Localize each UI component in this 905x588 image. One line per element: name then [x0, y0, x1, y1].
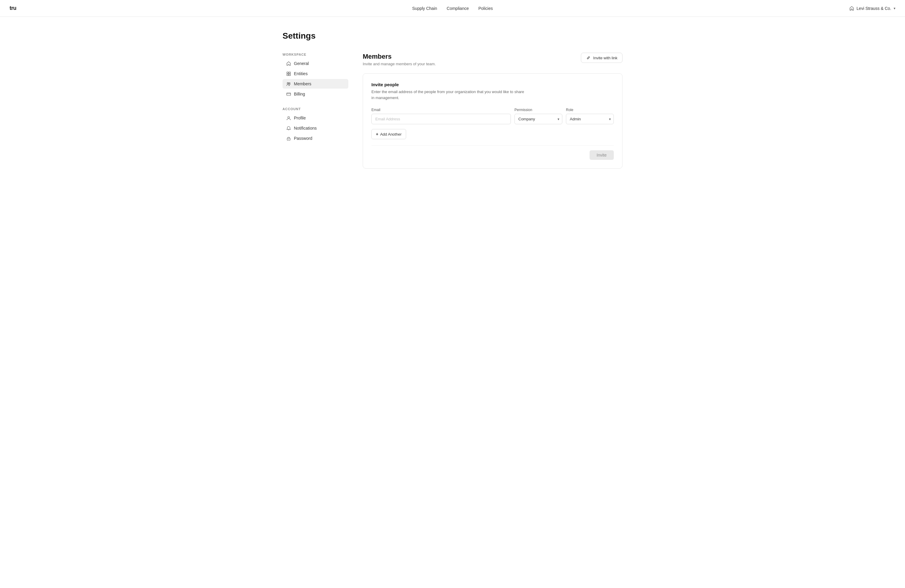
credit-card-icon: [286, 92, 291, 96]
svg-rect-6: [287, 93, 291, 95]
sidebar-item-billing[interactable]: Billing: [283, 89, 348, 99]
sidebar-item-general[interactable]: General: [283, 59, 348, 68]
role-label: Role: [566, 108, 614, 112]
svg-point-10: [288, 139, 289, 140]
nav-compliance[interactable]: Compliance: [447, 6, 469, 11]
workspace-nav: General Entities: [283, 59, 348, 99]
content-layout: Workspace General: [283, 53, 622, 168]
sidebar-item-entities-label: Entities: [294, 71, 308, 76]
invite-card-title: Invite people: [372, 82, 614, 87]
invite-with-link-label: Invite with link: [593, 56, 618, 60]
grid-icon: [286, 71, 291, 76]
home-icon: [849, 6, 854, 11]
permission-label: Permission: [514, 108, 562, 112]
sidebar-item-members-label: Members: [294, 81, 311, 86]
nav-supply-chain[interactable]: Supply Chain: [412, 6, 437, 11]
sidebar-item-notifications[interactable]: Notifications: [283, 123, 348, 133]
topnav-links: Supply Chain Compliance Policies: [412, 6, 492, 11]
nav-policies[interactable]: Policies: [478, 6, 492, 11]
home-icon: [286, 61, 291, 66]
members-heading: Members Invite and manage members of you…: [363, 53, 436, 66]
permission-select-wrapper: Company Team View Only ▾: [514, 114, 562, 124]
link-icon: [586, 56, 591, 60]
invite-button[interactable]: Invite: [589, 150, 614, 160]
svg-point-4: [287, 82, 289, 84]
sidebar-item-members[interactable]: Members: [283, 79, 348, 89]
svg-rect-2: [287, 74, 288, 75]
members-header: Members Invite and manage members of you…: [363, 53, 622, 66]
invite-card: Invite people Enter the email address of…: [363, 73, 622, 168]
sidebar-item-password[interactable]: Password: [283, 133, 348, 143]
invite-card-description: Enter the email address of the people fr…: [372, 89, 527, 100]
org-selector[interactable]: Levi Strauss & Co. ▾: [849, 6, 895, 11]
invite-form-row: Email Permission Company Team View Only …: [372, 108, 614, 124]
svg-rect-3: [289, 74, 290, 75]
svg-rect-0: [287, 72, 288, 73]
main-content: Members Invite and manage members of you…: [363, 53, 622, 168]
chevron-down-icon: ▾: [894, 6, 895, 11]
permission-select[interactable]: Company Team View Only: [514, 114, 562, 124]
svg-point-5: [289, 83, 290, 84]
svg-rect-1: [289, 72, 290, 73]
role-select-wrapper: Admin Editor Viewer ▾: [566, 114, 614, 124]
page-title: Settings: [283, 31, 622, 41]
add-another-label: Add Another: [380, 132, 402, 137]
person-icon: [286, 116, 291, 120]
people-icon: [286, 81, 291, 86]
email-form-group: Email: [372, 108, 511, 124]
add-another-button[interactable]: + Add Another: [372, 129, 406, 139]
topnav: tru Supply Chain Compliance Policies Lev…: [0, 0, 905, 17]
email-label: Email: [372, 108, 511, 112]
sidebar-item-notifications-label: Notifications: [294, 126, 317, 130]
invite-footer: Invite: [372, 145, 614, 160]
role-select[interactable]: Admin Editor Viewer: [566, 114, 614, 124]
app-logo: tru: [10, 5, 16, 11]
svg-point-8: [287, 116, 289, 118]
plus-icon: +: [376, 132, 378, 137]
members-subtitle: Invite and manage members of your team.: [363, 62, 436, 66]
org-name: Levi Strauss & Co.: [856, 6, 891, 11]
sidebar-item-entities[interactable]: Entities: [283, 69, 348, 78]
sidebar: Workspace General: [283, 53, 348, 168]
sidebar-item-billing-label: Billing: [294, 92, 305, 96]
sidebar-item-profile-label: Profile: [294, 116, 306, 120]
workspace-section-label: Workspace: [283, 53, 348, 56]
page-container: Settings Workspace General: [273, 17, 632, 183]
sidebar-item-password-label: Password: [294, 136, 312, 141]
members-title: Members: [363, 53, 436, 60]
lock-icon: [286, 136, 291, 141]
account-nav: Profile Notifications: [283, 113, 348, 143]
invite-with-link-button[interactable]: Invite with link: [581, 53, 622, 63]
email-input[interactable]: [372, 114, 511, 124]
sidebar-item-profile[interactable]: Profile: [283, 113, 348, 123]
account-section-label: Account: [283, 107, 348, 111]
role-form-group: Role Admin Editor Viewer ▾: [566, 108, 614, 124]
bell-icon: [286, 126, 291, 130]
permission-form-group: Permission Company Team View Only ▾: [514, 108, 562, 124]
sidebar-item-general-label: General: [294, 61, 309, 66]
